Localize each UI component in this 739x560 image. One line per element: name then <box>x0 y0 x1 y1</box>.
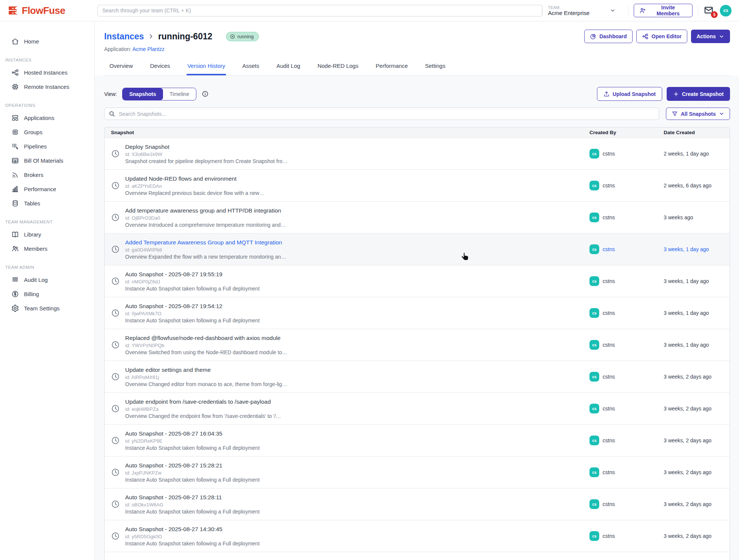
create-snapshot-button[interactable]: Create Snapshot <box>667 87 730 101</box>
sidebar-item-label: Billing <box>24 291 39 297</box>
upload-snapshot-button[interactable]: Upload Snapshot <box>597 87 662 101</box>
table-row[interactable]: Add HTTP endpoint for saving credentials… <box>105 552 730 560</box>
snapshot-title[interactable]: Replaced @flowfuse/node-red-dashboard wi… <box>125 335 287 341</box>
clock-icon <box>111 308 120 317</box>
snapshot-filter-dropdown[interactable]: All Snapshots <box>666 108 730 120</box>
sidebar-item-pipelines[interactable]: Pipelines <box>0 139 94 153</box>
snapshot-title[interactable]: Auto Snapshot - 2025-08-27 15:28:11 <box>125 494 260 501</box>
sidebar-item-hosted-instances[interactable]: Hosted Instances <box>0 65 94 79</box>
created-by-cell: cscstns <box>589 276 664 286</box>
notifications-button[interactable]: 5 <box>703 5 715 16</box>
snapshot-title[interactable]: Auto Snapshot - 2025-08-27 16:04:35 <box>125 430 260 437</box>
tab-node-red-logs[interactable]: Node-RED Logs <box>317 60 359 75</box>
sidebar-item-label: Brokers <box>24 172 43 178</box>
sidebar-item-bill-of-materials[interactable]: Bill Of Materials <box>0 153 94 168</box>
snapshot-description: Snapshot created for pipeline deployment… <box>125 158 287 164</box>
snapshot-title[interactable]: Update endpoint from /save-credentials t… <box>125 398 281 405</box>
snapshot-description: Overview Replaced previous basic device … <box>125 190 265 196</box>
actions-button[interactable]: Actions <box>691 30 730 43</box>
brokers-icon <box>11 171 19 179</box>
tab-devices[interactable]: Devices <box>150 60 171 75</box>
author-avatar: cs <box>589 436 599 445</box>
tab-version-history[interactable]: Version History <box>187 60 226 75</box>
table-row[interactable]: Auto Snapshot - 2025-08-27 15:28:11id: o… <box>105 488 730 520</box>
sidebar-item-billing[interactable]: Billing <box>0 287 94 301</box>
table-row[interactable]: Deploy Snapshotid: X3o6Bw1k9WSnapshot cr… <box>105 138 730 170</box>
snapshot-title[interactable]: Updated Node-RED flows and environment <box>125 175 265 182</box>
tab-audit-log[interactable]: Audit Log <box>276 60 301 75</box>
sidebar-item-brokers[interactable]: Brokers <box>0 168 94 182</box>
sidebar-item-label: Hosted Instances <box>24 69 67 76</box>
snapshot-title[interactable]: Auto Snapshot - 2025-08-27 15:28:21 <box>125 462 260 469</box>
snapshot-search-input[interactable] <box>104 108 659 120</box>
author-name: cstns <box>603 437 615 443</box>
table-row[interactable]: Replaced @flowfuse/node-red-dashboard wi… <box>105 329 730 361</box>
sidebar-item-groups[interactable]: Groups <box>0 125 94 139</box>
clock-icon <box>111 436 120 445</box>
clock-icon <box>111 500 120 509</box>
date-created-cell: 3 weeks, 2 days ago <box>664 501 730 507</box>
snapshots-table: Snapshot Created By Date Created Deploy … <box>104 127 730 560</box>
sidebar-item-remote-instances[interactable]: Remote Instances <box>0 79 94 94</box>
view-toggle-snapshots[interactable]: Snapshots <box>123 88 163 100</box>
open-editor-button-label: Open Editor <box>652 33 682 39</box>
dashboard-button[interactable]: Dashboard <box>584 30 632 43</box>
sidebar-item-performance[interactable]: Performance <box>0 182 94 196</box>
create-snapshot-label: Create Snapshot <box>682 91 724 97</box>
sidebar-item-members[interactable]: Members <box>0 241 94 256</box>
breadcrumb-instances-link[interactable]: Instances <box>104 31 144 42</box>
author-avatar: cs <box>589 340 599 350</box>
upload-icon <box>603 91 610 97</box>
version-history-content: View: SnapshotsTimeline Upload Snapshot <box>95 76 739 560</box>
team-search-input[interactable] <box>97 5 542 16</box>
snapshot-title[interactable]: Update editor settings and theme <box>125 367 287 373</box>
sidebar-item-library[interactable]: Library <box>0 227 94 241</box>
clock-icon <box>111 340 120 349</box>
tab-performance[interactable]: Performance <box>375 60 408 75</box>
sidebar-item-team-settings[interactable]: Team Settings <box>0 301 94 315</box>
sidebar-item-home[interactable]: Home <box>0 34 94 48</box>
table-row[interactable]: Update editor settings and themeid: AlRP… <box>105 361 730 393</box>
table-row[interactable]: Auto Snapshot - 2025-08-27 14:30:45id: y… <box>105 520 730 552</box>
snapshot-title[interactable]: Auto Snapshot - 2025-08-27 19:54:12 <box>125 303 260 310</box>
table-row[interactable]: Auto Snapshot - 2025-08-27 19:54:12id: 0… <box>105 297 730 329</box>
tab-settings[interactable]: Settings <box>424 60 446 75</box>
snapshot-title[interactable]: Auto Snapshot - 2025-08-27 14:30:45 <box>125 526 260 533</box>
table-row[interactable]: Auto Snapshot - 2025-08-27 19:55:19id: n… <box>105 265 730 297</box>
user-add-icon <box>639 7 646 14</box>
snapshot-title[interactable]: Added Temperature Awareness Group and MQ… <box>125 239 286 246</box>
info-icon[interactable] <box>202 90 209 97</box>
tab-assets[interactable]: Assets <box>242 60 260 75</box>
plus-icon <box>673 91 679 97</box>
invite-members-label: Invite Members <box>649 4 687 16</box>
table-row[interactable]: Added Temperature Awareness Group and MQ… <box>105 234 730 265</box>
snapshot-title[interactable]: Add temperature awareness group and HTTP… <box>125 207 286 214</box>
sidebar-item-audit-log[interactable]: Audit Log <box>0 273 94 287</box>
table-row[interactable]: Update endpoint from /save-credentials t… <box>105 393 730 425</box>
invite-members-button[interactable]: Invite Members <box>634 4 693 17</box>
chevron-right-icon <box>148 33 154 40</box>
sidebar-item-label: Home <box>24 38 39 45</box>
table-row[interactable]: Auto Snapshot - 2025-08-27 15:28:21id: J… <box>105 457 730 488</box>
user-avatar[interactable]: cs <box>720 5 732 16</box>
sidebar-section-instances: INSTANCES <box>0 58 94 62</box>
view-toggle-timeline[interactable]: Timeline <box>163 88 196 100</box>
divider <box>542 5 543 16</box>
table-body: Deploy Snapshotid: X3o6Bw1k9WSnapshot cr… <box>105 138 730 560</box>
tab-overview[interactable]: Overview <box>109 60 134 75</box>
snapshot-title[interactable]: Auto Snapshot - 2025-08-27 19:55:19 <box>125 271 260 278</box>
table-row[interactable]: Auto Snapshot - 2025-08-27 16:04:35id: y… <box>105 425 730 457</box>
author-name: cstns <box>603 310 615 316</box>
application-link[interactable]: Acme Plantzz <box>133 46 165 52</box>
sidebar-item-applications[interactable]: Applications <box>0 111 94 125</box>
actions-button-label: Actions <box>697 33 716 39</box>
sidebar-item-tables[interactable]: Tables <box>0 196 94 210</box>
snapshot-id: id: nMGP0jZ6dJ <box>125 279 260 284</box>
flowfuse-logo[interactable]: FlowFuse <box>7 5 97 16</box>
snapshot-description: Overview Changed editor from monaco to a… <box>125 381 287 387</box>
snapshot-title[interactable]: Deploy Snapshot <box>125 144 287 150</box>
table-row[interactable]: Updated Node-RED flows and environmentid… <box>105 170 730 202</box>
team-selector[interactable]: TEAM: Acme Enterprise <box>548 5 623 16</box>
table-row[interactable]: Add temperature awareness group and HTTP… <box>105 202 730 234</box>
open-editor-button[interactable]: Open Editor <box>636 30 687 43</box>
